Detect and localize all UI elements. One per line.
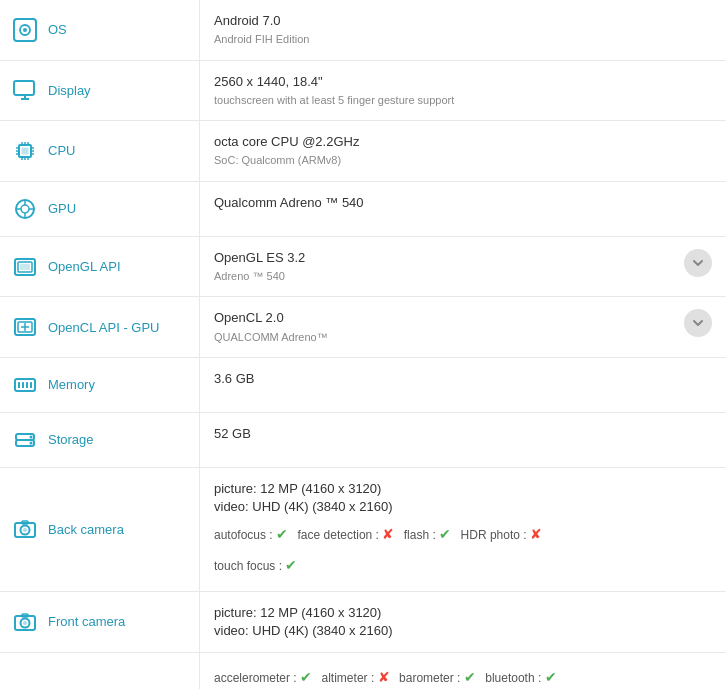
- value-content-storage: 52 GB: [214, 425, 712, 443]
- svg-point-22: [21, 205, 29, 213]
- feature-label-text: altimeter :: [322, 671, 378, 685]
- main-value-opencl: OpenCL 2.0: [214, 309, 676, 327]
- feature-item: barometer : ✔: [399, 671, 485, 685]
- label-cell-memory: Memory: [0, 358, 200, 412]
- row-cpu: CPUocta core CPU @2.2GHzSoC: Qualcomm (A…: [0, 121, 726, 182]
- value-content-os: Android 7.0Android FIH Edition: [214, 12, 712, 48]
- frontcamera-label: Front camera: [48, 614, 125, 629]
- features-block-features: accelerometer : ✔ altimeter : ✘ baromete…: [214, 665, 712, 689]
- svg-rect-37: [26, 382, 28, 388]
- feature-item: altimeter : ✘: [322, 671, 400, 685]
- feature-check-icon: ✔: [276, 526, 288, 542]
- label-cell-storage: Storage: [0, 413, 200, 467]
- feature-check-icon: ✔: [464, 669, 476, 685]
- main-value-display: 2560 x 1440, 18.4": [214, 73, 712, 91]
- main-value-frontcamera: video: UHD (4K) (3840 x 2160): [214, 622, 712, 640]
- spec-container: OSAndroid 7.0Android FIH Edition Display…: [0, 0, 726, 689]
- svg-rect-8: [22, 147, 29, 154]
- svg-rect-35: [18, 382, 20, 388]
- feature-item: accelerometer : ✔: [214, 671, 322, 685]
- display-label: Display: [48, 83, 91, 98]
- cpu-label: CPU: [48, 143, 75, 158]
- os-icon: [10, 15, 40, 45]
- svg-point-41: [30, 435, 33, 438]
- row-display: Display2560 x 1440, 18.4"touchscreen wit…: [0, 61, 726, 122]
- value-content-features: accelerometer : ✔ altimeter : ✘ baromete…: [214, 665, 712, 689]
- value-cell-storage: 52 GB: [200, 413, 726, 467]
- feature-separator: [397, 528, 400, 542]
- storage-icon: [10, 425, 40, 455]
- value-cell-frontcamera: picture: 12 MP (4160 x 3120)video: UHD (…: [200, 592, 726, 652]
- opengl-icon: [10, 252, 40, 282]
- feature-item: bluetooth : ✔: [485, 671, 556, 685]
- features-block-backcamera: autofocus : ✔ face detection : ✘ flash :…: [214, 522, 712, 578]
- sub-value-display: touchscreen with at least 5 finger gestu…: [214, 93, 712, 108]
- opencl-label: OpenCL API - GPU: [48, 320, 160, 335]
- backcamera-icon: [10, 514, 40, 544]
- feature-label-text: touch focus :: [214, 559, 285, 573]
- main-value-backcamera: video: UHD (4K) (3840 x 2160): [214, 498, 712, 516]
- svg-point-2: [23, 28, 27, 32]
- feature-item: autofocus : ✔: [214, 528, 298, 542]
- label-cell-backcamera: Back camera: [0, 468, 200, 591]
- feature-cross-icon: ✘: [530, 526, 542, 542]
- feature-separator: [454, 528, 457, 542]
- value-cell-memory: 3.6 GB: [200, 358, 726, 412]
- main-value-backcamera: picture: 12 MP (4160 x 3120): [214, 480, 712, 498]
- chevron-button-opencl[interactable]: [684, 309, 712, 337]
- backcamera-label: Back camera: [48, 522, 124, 537]
- value-cell-cpu: octa core CPU @2.2GHzSoC: Qualcomm (ARMv…: [200, 121, 726, 181]
- svg-point-49: [23, 621, 27, 625]
- value-content-display: 2560 x 1440, 18.4"touchscreen with at le…: [214, 73, 712, 109]
- main-value-frontcamera: picture: 12 MP (4160 x 3120): [214, 604, 712, 622]
- value-content-frontcamera: picture: 12 MP (4160 x 3120)video: UHD (…: [214, 604, 712, 640]
- value-content-memory: 3.6 GB: [214, 370, 712, 388]
- sub-value-cpu: SoC: Qualcomm (ARMv8): [214, 153, 712, 168]
- feature-label-text: HDR photo :: [461, 528, 530, 542]
- svg-rect-38: [30, 382, 32, 388]
- feature-label-text: autofocus :: [214, 528, 276, 542]
- label-cell-display: Display: [0, 61, 200, 121]
- chevron-button-opengl[interactable]: [684, 249, 712, 277]
- main-value-gpu: Qualcomm Adreno ™ 540: [214, 194, 712, 212]
- value-cell-opengl: OpenGL ES 3.2Adreno ™ 540: [200, 237, 726, 297]
- frontcamera-icon: [10, 607, 40, 637]
- row-frontcamera: Front camerapicture: 12 MP (4160 x 3120)…: [0, 592, 726, 653]
- feature-label-text: bluetooth :: [485, 671, 544, 685]
- feature-separator: [479, 671, 482, 685]
- spec-table: OSAndroid 7.0Android FIH Edition Display…: [0, 0, 726, 689]
- main-value-os: Android 7.0: [214, 12, 712, 30]
- value-content-opencl: OpenCL 2.0QUALCOMM Adreno™: [214, 309, 676, 345]
- sub-value-os: Android FIH Edition: [214, 32, 712, 47]
- display-icon: [10, 75, 40, 105]
- opencl-icon: [10, 312, 40, 342]
- label-cell-frontcamera: Front camera: [0, 592, 200, 652]
- gpu-icon: [10, 194, 40, 224]
- row-memory: Memory3.6 GB: [0, 358, 726, 413]
- feature-label-text: barometer :: [399, 671, 464, 685]
- feature-item: touch focus : ✔: [214, 559, 297, 573]
- storage-label: Storage: [48, 432, 94, 447]
- label-cell-opengl: OpenGL API: [0, 237, 200, 297]
- feature-item: face detection : ✘: [298, 528, 404, 542]
- feature-line: accelerometer : ✔ altimeter : ✘ baromete…: [214, 665, 712, 689]
- feature-label-text: accelerometer :: [214, 671, 300, 685]
- svg-rect-36: [22, 382, 24, 388]
- value-cell-display: 2560 x 1440, 18.4"touchscreen with at le…: [200, 61, 726, 121]
- feature-cross-icon: ✘: [378, 669, 390, 685]
- svg-rect-29: [20, 264, 30, 270]
- label-cell-os: OS: [0, 0, 200, 60]
- value-cell-backcamera: picture: 12 MP (4160 x 3120)video: UHD (…: [200, 468, 726, 591]
- main-value-storage: 52 GB: [214, 425, 712, 443]
- value-cell-opencl: OpenCL 2.0QUALCOMM Adreno™: [200, 297, 726, 357]
- value-cell-features: accelerometer : ✔ altimeter : ✘ baromete…: [200, 653, 726, 689]
- value-cell-gpu: Qualcomm Adreno ™ 540: [200, 182, 726, 236]
- row-os: OSAndroid 7.0Android FIH Edition: [0, 0, 726, 61]
- value-content-backcamera: picture: 12 MP (4160 x 3120)video: UHD (…: [214, 480, 712, 579]
- value-content-cpu: octa core CPU @2.2GHzSoC: Qualcomm (ARMv…: [214, 133, 712, 169]
- os-label: OS: [48, 22, 67, 37]
- feature-check-icon: ✔: [439, 526, 451, 542]
- value-cell-os: Android 7.0Android FIH Edition: [200, 0, 726, 60]
- feature-check-icon: ✔: [300, 669, 312, 685]
- value-content-opengl: OpenGL ES 3.2Adreno ™ 540: [214, 249, 676, 285]
